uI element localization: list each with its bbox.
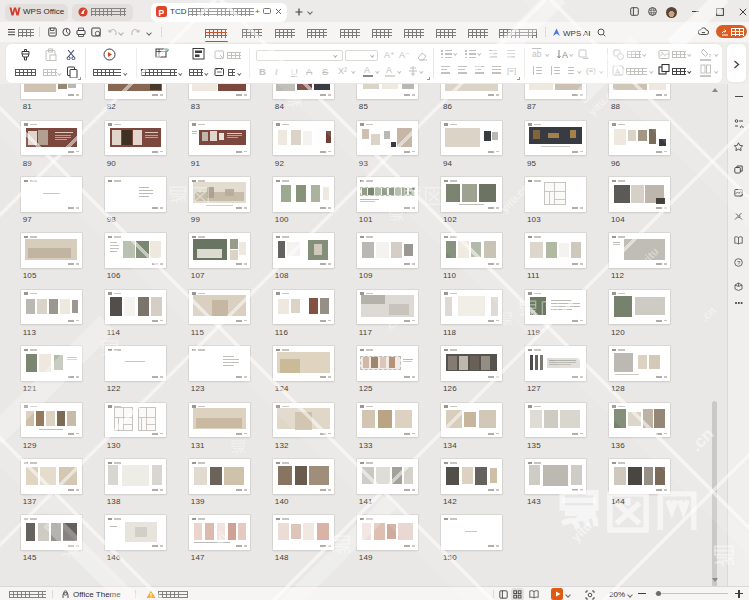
svg-text:A: A — [562, 50, 568, 60]
svg-text:?: ? — [737, 260, 741, 266]
svg-text:A: A — [615, 67, 620, 76]
